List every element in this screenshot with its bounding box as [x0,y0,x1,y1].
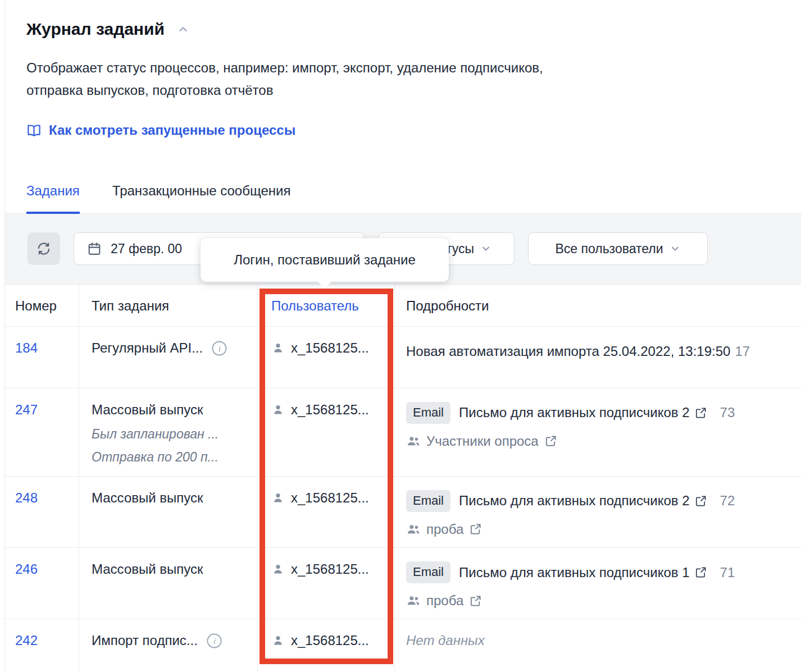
task-user: x_1568125... [271,561,384,577]
info-icon[interactable]: i [212,341,227,356]
column-tooltip: Логин, поставивший задание [201,238,449,282]
external-link-icon [544,435,557,447]
book-icon [26,123,42,138]
group-link[interactable]: Участники опроса [406,433,791,449]
task-type-label: Массовый выпуск [92,402,203,418]
task-user: x_1568125... [271,633,384,648]
channel-badge: Email [406,402,450,424]
letter-link[interactable]: Письмо для активных подписчиков 2 [459,493,707,509]
info-icon[interactable]: i [207,633,222,648]
task-user: x_1568125... [271,402,384,418]
person-icon [271,403,285,417]
svg-text:i: i [219,343,221,353]
task-type-label: Массовый выпуск [92,490,203,506]
tasks-journal-panel: Журнал заданий Отображает статус процесс… [4,0,801,672]
refresh-icon [35,240,52,257]
person-icon [271,341,285,355]
external-link-icon [694,566,707,579]
external-link-icon [469,595,482,607]
task-number-link[interactable]: 242 [15,633,38,648]
help-link-label: Как смотреть запущенные процессы [49,122,295,139]
letter-count: 72 [720,493,735,509]
task-type-label: Импорт подпис... [92,633,198,648]
people-icon [406,434,421,449]
task-number-link[interactable]: 184 [15,340,38,355]
letter-count: 73 [720,405,735,420]
chevron-down-icon [480,243,491,254]
tab-bar: Задания Транзакционные сообщения [5,140,801,214]
person-icon [271,634,285,647]
task-details-count: 17 [735,344,750,359]
task-user: x_1568125... [271,340,384,356]
people-icon [406,522,421,537]
group-link-label: проба [426,593,463,609]
column-header-type: Тип задания [79,285,258,326]
users-filter-value: Все пользователи [555,241,663,257]
external-link-icon [694,495,707,508]
task-type-label: Массовый выпуск [92,561,203,577]
refresh-button[interactable] [28,232,60,265]
table-row: 184 Регулярный API... i x_1568125... Нов… [5,327,801,388]
svg-text:i: i [213,636,216,646]
task-user-login: x_1568125... [291,490,369,506]
task-number-link[interactable]: 247 [15,402,38,417]
no-data-label: Нет данных [406,633,485,648]
page-header: Журнал заданий Отображает статус процесс… [5,0,801,140]
task-user-login: x_1568125... [291,402,369,418]
external-link-icon [694,406,707,419]
task-user-login: x_1568125... [291,633,369,648]
group-link-label: Участники опроса [426,433,539,449]
users-filter-dropdown[interactable]: Все пользователи [528,232,708,265]
table-header-row: Номер Тип задания Пользователь Подробнос… [5,285,801,327]
page-description: Отображает статус процессов, например: и… [26,57,574,102]
task-type-label: Регулярный API... [92,340,203,356]
channel-badge: Email [406,561,450,583]
column-header-user[interactable]: Пользователь [258,285,395,326]
chevron-up-icon [177,23,189,35]
tab-transactional[interactable]: Транзакционные сообщения [112,183,291,213]
channel-badge: Email [406,490,450,512]
date-range-value: 27 февр. 00 [111,241,182,257]
people-icon [406,593,421,608]
letter-link-label: Письмо для активных подписчиков 2 [459,493,690,509]
task-type-note: Был запланирован ... [92,426,247,442]
calendar-icon [87,241,102,257]
task-user-login: x_1568125... [291,340,369,356]
letter-link-label: Письмо для активных подписчиков 1 [459,565,690,580]
group-link[interactable]: проба [406,593,791,609]
column-header-details: Подробности [395,285,801,326]
group-link[interactable]: проба [406,522,791,537]
task-number-link[interactable]: 248 [15,490,38,505]
person-icon [271,563,285,576]
table-row: 247 Массовый выпуск Был запланирован ...… [5,388,801,477]
help-link[interactable]: Как смотреть запущенные процессы [26,122,295,139]
page-title: Журнал заданий [26,19,165,39]
table-row: 248 Массовый выпуск x_1568125... Email П… [5,477,801,548]
letter-link-label: Письмо для активных подписчиков 2 [459,405,690,420]
group-link-label: проба [426,522,463,537]
person-icon [271,491,285,505]
letter-count: 71 [720,565,735,580]
task-user: x_1568125... [271,490,384,506]
tasks-table: Номер Тип задания Пользователь Подробнос… [5,285,801,672]
external-link-icon [469,523,482,536]
column-header-number: Номер [5,285,79,326]
tab-tasks[interactable]: Задания [26,183,80,213]
collapse-section-button[interactable] [177,23,189,35]
task-user-login: x_1568125... [291,561,369,577]
table-row: 246 Массовый выпуск x_1568125... Email П… [5,548,801,619]
task-details-text: Новая автоматизация импорта 25.04.2022, … [406,344,730,359]
table-row: 242 Импорт подпис... i x_1568125... Нет … [5,619,801,672]
letter-link[interactable]: Письмо для активных подписчиков 2 [459,405,707,420]
letter-link[interactable]: Письмо для активных подписчиков 1 [459,565,707,580]
chevron-down-icon [670,243,681,254]
task-number-link[interactable]: 246 [15,561,38,577]
task-type-note: Отправка по 200 п... [92,449,247,465]
